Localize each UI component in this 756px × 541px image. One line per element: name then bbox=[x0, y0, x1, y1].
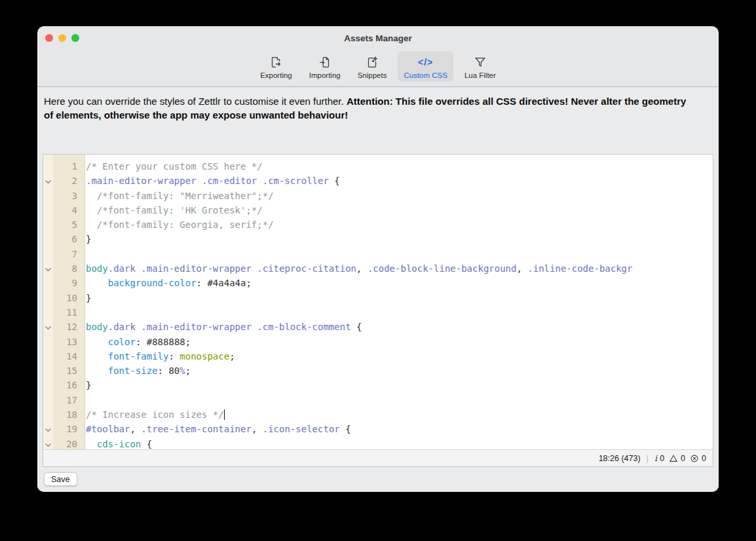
titlebar[interactable]: Assets Manager bbox=[37, 26, 719, 50]
code-line[interactable]: 10} bbox=[43, 291, 713, 305]
line-number: 3 bbox=[53, 189, 81, 203]
line-number: 12 bbox=[53, 320, 81, 334]
line-number: 11 bbox=[53, 305, 81, 320]
lint-warnings: 0 bbox=[669, 454, 685, 463]
line-number: 14 bbox=[53, 349, 81, 364]
error-circle-icon bbox=[690, 454, 699, 463]
line-number: 17 bbox=[53, 393, 81, 407]
tab-importing[interactable]: Importing bbox=[303, 51, 347, 82]
import-document-icon bbox=[318, 54, 332, 69]
editor-statusbar: 18:26 (473) | i 0 0 0 bbox=[43, 449, 713, 466]
toolbar: Exporting Importing Snippets bbox=[37, 50, 719, 86]
css-code-editor[interactable]: 1/* Enter your custom CSS here */2.main-… bbox=[43, 154, 713, 467]
code-line[interactable]: 7 bbox=[43, 247, 713, 261]
code-line[interactable]: 17 bbox=[43, 393, 713, 407]
fold-gutter-cell bbox=[43, 378, 53, 392]
code-line[interactable]: 20 cds-icon { bbox=[43, 437, 713, 449]
code-line[interactable]: 1/* Enter your custom CSS here */ bbox=[43, 159, 713, 174]
line-number: 7 bbox=[53, 247, 81, 261]
fold-gutter-cell bbox=[43, 276, 53, 290]
code-text: } bbox=[81, 378, 91, 392]
code-line[interactable]: 16} bbox=[43, 378, 713, 392]
line-number: 20 bbox=[53, 437, 81, 449]
fold-chevron-icon[interactable] bbox=[43, 437, 53, 449]
line-number: 18 bbox=[53, 407, 81, 422]
fold-gutter-cell bbox=[43, 305, 53, 320]
save-button[interactable]: Save bbox=[44, 472, 77, 486]
tab-snippets[interactable]: Snippets bbox=[352, 51, 393, 82]
code-line[interactable]: 15 font-size: 80%; bbox=[43, 364, 713, 378]
code-line[interactable]: 8body.dark .main-editor-wrapper .citepro… bbox=[43, 261, 713, 276]
code-icon: </> bbox=[418, 54, 433, 69]
export-document-icon bbox=[269, 54, 283, 69]
code-line[interactable]: 6} bbox=[43, 232, 713, 246]
panel-description: Here you can override the styles of Zett… bbox=[37, 87, 696, 122]
code-text: /* Enter your custom CSS here */ bbox=[81, 159, 263, 174]
code-line[interactable]: 13 color: #888888; bbox=[43, 335, 713, 349]
line-number: 10 bbox=[53, 291, 81, 305]
code-text bbox=[81, 247, 86, 261]
code-text: background-color: #4a4a4a; bbox=[81, 276, 252, 290]
code-line[interactable]: 5 /*font-family: Georgia, serif;*/ bbox=[43, 217, 713, 232]
code-text: body.dark .main-editor-wrapper .citeproc… bbox=[81, 261, 632, 276]
code-text bbox=[81, 305, 86, 320]
window-title: Assets Manager bbox=[37, 26, 719, 50]
tab-label: Custom CSS bbox=[404, 71, 447, 79]
warning-count: 0 bbox=[681, 454, 685, 463]
error-count: 0 bbox=[702, 454, 706, 463]
code-area[interactable]: 1/* Enter your custom CSS here */2.main-… bbox=[43, 155, 713, 449]
lint-errors: 0 bbox=[690, 454, 706, 463]
code-line[interactable]: 12body.dark .main-editor-wrapper .cm-blo… bbox=[43, 320, 713, 334]
code-text: /*font-family: "Merriweather";*/ bbox=[81, 189, 274, 203]
line-number: 8 bbox=[53, 261, 81, 276]
code-line[interactable]: 4 /*font-family: 'HK Grotesk';*/ bbox=[43, 203, 713, 217]
tab-lua-filter[interactable]: Lua Filter bbox=[459, 51, 502, 82]
fold-gutter-cell bbox=[43, 203, 53, 217]
code-text: cds-icon { bbox=[81, 437, 152, 449]
code-text: body.dark .main-editor-wrapper .cm-block… bbox=[81, 320, 362, 334]
fold-gutter-cell bbox=[43, 232, 53, 246]
info-icon: i bbox=[654, 453, 657, 463]
fold-chevron-icon[interactable] bbox=[43, 261, 53, 276]
line-number: 5 bbox=[53, 217, 81, 232]
code-text: color: #888888; bbox=[81, 335, 191, 349]
fold-gutter-cell bbox=[43, 364, 53, 378]
tab-label: Exporting bbox=[260, 71, 292, 79]
snippet-document-icon bbox=[365, 54, 379, 69]
cursor-position: 18:26 (473) bbox=[599, 454, 641, 463]
code-line[interactable]: 11 bbox=[43, 305, 713, 320]
code-text: } bbox=[81, 291, 91, 305]
code-line[interactable]: 3 /*font-family: "Merriweather";*/ bbox=[43, 189, 713, 203]
fold-gutter-cell bbox=[43, 159, 53, 174]
tab-exporting[interactable]: Exporting bbox=[254, 51, 298, 82]
info-count: 0 bbox=[660, 454, 664, 463]
code-text: .main-editor-wrapper .cm-editor .cm-scro… bbox=[81, 174, 340, 188]
code-lines: 1/* Enter your custom CSS here */2.main-… bbox=[43, 159, 713, 449]
statusbar-divider: | bbox=[645, 453, 650, 463]
code-line[interactable]: 18/* Increase icon sizes */ bbox=[43, 407, 713, 422]
code-line[interactable]: 19#toolbar, .tree-item-container, .icon-… bbox=[43, 422, 713, 436]
fold-chevron-icon[interactable] bbox=[43, 174, 53, 188]
line-number: 4 bbox=[53, 203, 81, 217]
fold-gutter-cell bbox=[43, 189, 53, 203]
code-text: /*font-family: Georgia, serif;*/ bbox=[81, 217, 274, 232]
code-line[interactable]: 14 font-family: monospace; bbox=[43, 349, 713, 364]
fold-gutter-cell bbox=[43, 291, 53, 305]
fold-chevron-icon[interactable] bbox=[43, 422, 53, 436]
fold-chevron-icon[interactable] bbox=[43, 320, 53, 334]
line-number: 6 bbox=[53, 232, 81, 246]
custom-css-panel: Here you can override the styles of Zett… bbox=[37, 87, 719, 492]
tab-custom-css[interactable]: </> Custom CSS bbox=[398, 51, 453, 82]
assets-manager-window: Assets Manager Exporting Importin bbox=[37, 26, 719, 492]
code-line[interactable]: 2.main-editor-wrapper .cm-editor .cm-scr… bbox=[43, 174, 713, 188]
code-text: font-family: monospace; bbox=[81, 349, 235, 364]
fold-gutter-cell bbox=[43, 407, 53, 422]
line-number: 15 bbox=[53, 364, 81, 378]
code-line[interactable]: 9 background-color: #4a4a4a; bbox=[43, 276, 713, 290]
fold-gutter-cell bbox=[43, 349, 53, 364]
tab-label: Lua Filter bbox=[464, 71, 496, 79]
fold-gutter-cell bbox=[43, 335, 53, 349]
lint-info: i 0 bbox=[654, 453, 664, 463]
fold-gutter-cell bbox=[43, 217, 53, 232]
line-number: 1 bbox=[53, 159, 81, 174]
